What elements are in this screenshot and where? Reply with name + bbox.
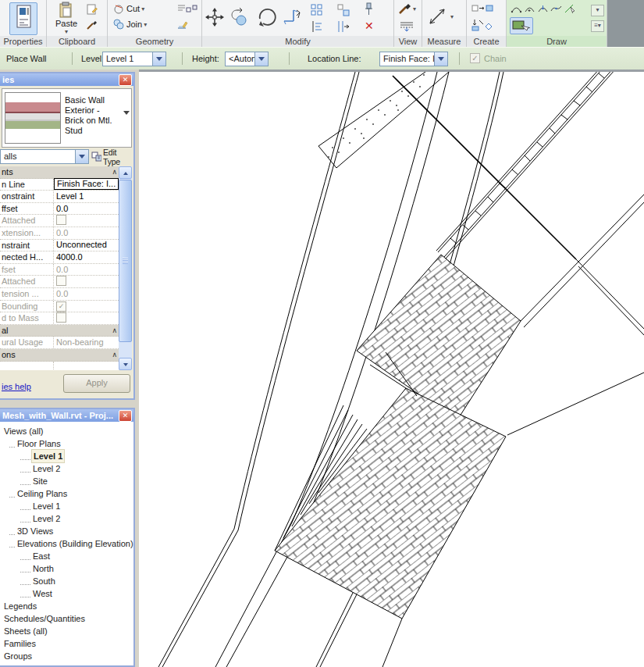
browser-item[interactable]: Ceiling Plans — [0, 487, 133, 500]
draw-scroll-up-button[interactable]: ▾ — [591, 5, 604, 16]
tree-connector-icon — [20, 553, 30, 560]
chevron-down-icon[interactable] — [75, 150, 88, 163]
offset-button[interactable] — [336, 20, 350, 33]
scale-button[interactable] — [336, 3, 350, 17]
properties-scrollbar[interactable] — [119, 166, 132, 370]
project-browser: Mesh_with_Wall.rvt - Proj... ✕ Views (al… — [0, 408, 135, 667]
type-selector[interactable]: Basic Wall Exterior - Brick on Mtl. Stud — [2, 88, 132, 148]
browser-item[interactable]: 3D Views — [0, 525, 133, 537]
browser-item[interactable]: Site — [0, 475, 133, 487]
browser-item[interactable]: Revit Links — [0, 662, 133, 665]
draw-scroll-more-button[interactable]: ≡▾ — [591, 20, 604, 32]
category-dropdown[interactable]: alls — [0, 149, 89, 164]
wall-edge-line — [382, 619, 402, 667]
cut-geometry-button[interactable]: Cut ▾ — [112, 2, 144, 15]
ribbon-panel-draw: ▾ ≡▾ Draw — [507, 0, 607, 47]
join-geometry-button[interactable]: Join ▾ — [112, 18, 147, 30]
browser-item[interactable]: Families — [0, 637, 133, 650]
property-value[interactable]: 4000.0 — [54, 252, 120, 262]
property-value[interactable]: 0.0 — [54, 228, 120, 238]
property-value[interactable]: 0.0 — [54, 204, 120, 214]
browser-item[interactable]: Views (all) — [0, 425, 133, 437]
property-checkbox[interactable] — [56, 276, 66, 286]
browser-item[interactable]: Elevations (Building Elevation) — [0, 537, 133, 550]
paste-button[interactable]: Paste ▾ — [52, 2, 81, 34]
browser-item[interactable]: Schedules/Quantities — [0, 612, 133, 625]
brush-button[interactable] — [86, 19, 98, 31]
chevron-down-icon[interactable] — [434, 52, 447, 66]
browser-item[interactable]: Groups — [0, 650, 133, 662]
property-checkbox[interactable] — [56, 312, 66, 323]
property-checkbox[interactable] — [56, 215, 66, 225]
edit-type-button[interactable]: Edit Type — [91, 149, 133, 164]
browser-item[interactable]: Level 1 — [0, 500, 133, 512]
cope-button[interactable] — [176, 2, 198, 15]
browser-item[interactable]: Legends — [0, 600, 133, 612]
browser-item[interactable]: East — [0, 550, 133, 562]
trim-button[interactable] — [282, 6, 302, 27]
browser-item[interactable]: Level 1 — [0, 450, 133, 462]
view-brush-button[interactable]: ▾ — [397, 2, 416, 16]
scroll-thumb[interactable] — [119, 180, 132, 342]
draw-arc-center-button[interactable] — [524, 3, 535, 14]
close-icon[interactable]: ✕ — [119, 410, 132, 422]
properties-button[interactable] — [9, 2, 37, 35]
property-value[interactable]: Level 1 — [54, 191, 120, 202]
property-value[interactable]: Unconnected — [54, 240, 120, 250]
create-similar-button[interactable] — [471, 4, 496, 13]
pin-button[interactable] — [363, 2, 375, 17]
scroll-up-button[interactable] — [119, 166, 132, 179]
match-type-button[interactable] — [86, 3, 98, 16]
browser-item[interactable]: North — [0, 562, 133, 575]
close-icon[interactable]: ✕ — [119, 74, 132, 86]
properties-footer: ies help Apply — [0, 372, 133, 398]
create-group-button[interactable] — [471, 19, 498, 31]
browser-item[interactable]: Sheets (all) — [0, 625, 133, 637]
browser-item[interactable]: South — [0, 575, 133, 587]
browser-item-label: Schedules/Quantities — [2, 612, 87, 625]
move-button[interactable] — [205, 8, 224, 27]
delete-button[interactable]: ✕ — [365, 20, 374, 31]
draw-pick-face-button[interactable] — [510, 17, 533, 34]
panel-label-view: View — [394, 36, 422, 47]
drawing-canvas[interactable] — [139, 70, 644, 667]
property-value[interactable]: 0.0 — [54, 289, 120, 299]
rotate-button[interactable] — [255, 5, 279, 28]
properties-help-link[interactable]: ies help — [2, 382, 31, 391]
browser-item[interactable]: Level 2 — [0, 462, 133, 475]
browser-item[interactable]: Level 2 — [0, 512, 133, 525]
browser-item[interactable]: Floor Plans — [0, 437, 133, 450]
align-button[interactable] — [310, 20, 324, 33]
chevron-down-icon[interactable] — [152, 52, 165, 66]
height-dropdown[interactable]: <Auton — [225, 52, 269, 66]
view-window-edge — [139, 70, 644, 72]
chevron-down-icon[interactable] — [254, 52, 268, 66]
properties-icon — [14, 3, 33, 31]
location-line-dropdown[interactable]: Finish Face: Inte — [379, 52, 448, 66]
project-browser-titlebar[interactable]: Mesh_with_Wall.rvt - Proj... ✕ — [0, 409, 133, 422]
copy-button[interactable] — [230, 8, 249, 27]
properties-palette-titlebar[interactable]: ies ✕ — [0, 73, 133, 86]
measure-button[interactable]: ▾ — [427, 6, 454, 27]
thin-lines-button[interactable] — [399, 20, 415, 33]
property-value[interactable]: 0.0 — [54, 265, 120, 275]
draw-arc-start-end-button[interactable] — [511, 3, 522, 14]
array-button[interactable] — [310, 3, 324, 17]
scroll-down-button[interactable] — [119, 358, 132, 370]
apply-button[interactable]: Apply — [63, 374, 130, 393]
property-value[interactable]: Non-bearing — [54, 337, 120, 348]
level-dropdown[interactable]: Level 1 — [102, 52, 166, 66]
property-checkbox[interactable]: ✓ — [56, 301, 66, 312]
property-value[interactable]: Finish Face: I... — [54, 178, 119, 190]
chevron-down-icon[interactable] — [123, 111, 130, 118]
draw-arc-tangent-button[interactable] — [537, 3, 549, 14]
draw-pick-line-button[interactable] — [564, 3, 576, 14]
property-label: xtension... — [0, 227, 54, 239]
draw-spline-button[interactable] — [550, 3, 562, 14]
chevron-down-icon: ▾ — [144, 21, 147, 28]
chain-checkbox[interactable]: ✓ — [470, 53, 480, 63]
tree-connector-icon — [20, 565, 30, 572]
browser-item[interactable]: West — [0, 587, 133, 600]
paint-button[interactable] — [176, 19, 194, 31]
browser-tree: Views (all)Floor PlansLevel 1Level 2Site… — [0, 422, 133, 665]
